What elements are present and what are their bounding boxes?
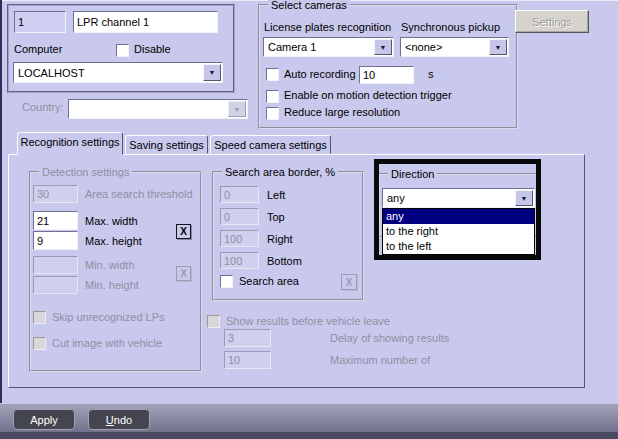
tab-recognition[interactable]: Recognition settings xyxy=(17,132,123,155)
motion-trigger-checkbox[interactable] xyxy=(266,90,279,103)
cut-image-label: Cut image with vehicle xyxy=(52,337,162,350)
computer-combo[interactable]: LOCALHOST ▼ xyxy=(13,62,223,83)
max-height-label: Max. height xyxy=(85,235,142,248)
window-left-edge xyxy=(0,0,2,439)
border-right-label: Right xyxy=(267,233,293,246)
apply-button-label: Apply xyxy=(30,414,58,426)
direction-option-any[interactable]: any xyxy=(383,209,534,224)
delay-label: Delay of showing results xyxy=(330,332,449,345)
chevron-down-icon[interactable]: ▼ xyxy=(374,39,392,55)
cut-image-checkbox xyxy=(33,337,46,350)
auto-recording-label: Auto recording xyxy=(284,68,356,81)
tab-speed[interactable]: Speed camera settings xyxy=(210,135,331,154)
auto-recording-checkbox[interactable] xyxy=(266,68,279,81)
max-width-input[interactable] xyxy=(33,211,78,230)
chevron-down-icon[interactable]: ▼ xyxy=(203,64,221,81)
border-top-label: Top xyxy=(267,211,285,224)
lpr-camera-label: License plates recognition xyxy=(264,21,391,34)
direction-group-title: Direction xyxy=(388,167,437,181)
maximum-input xyxy=(224,351,271,369)
max-height-input[interactable] xyxy=(33,231,78,250)
border-left-input xyxy=(220,186,259,203)
disable-checkbox[interactable] xyxy=(116,44,129,57)
chevron-down-icon: ▼ xyxy=(228,101,246,117)
delay-input xyxy=(224,329,271,347)
search-area-group-title: Search area border, % xyxy=(222,165,338,179)
threshold-input xyxy=(33,185,78,203)
apply-button[interactable]: Apply xyxy=(13,409,75,430)
min-width-label: Min. width xyxy=(85,259,135,272)
computer-combo-value: LOCALHOST xyxy=(18,67,85,79)
tab-saving-label: Saving settings xyxy=(126,139,207,151)
show-results-checkbox xyxy=(207,315,220,328)
border-bottom-label: Bottom xyxy=(267,255,302,268)
border-top-input xyxy=(220,208,259,225)
settings-button: Settings xyxy=(515,10,589,33)
direction-option-right[interactable]: to the right xyxy=(383,224,534,239)
min-height-label: Min. height xyxy=(85,279,139,292)
tab-saving[interactable]: Saving settings xyxy=(125,135,208,154)
sync-pickup-combo[interactable]: <none> ▼ xyxy=(400,37,509,57)
border-left-label: Left xyxy=(267,189,285,202)
channel-name-input[interactable] xyxy=(73,11,218,33)
lpr-camera-combo[interactable]: Camera 1 ▼ xyxy=(263,37,394,57)
lpr-camera-combo-value: Camera 1 xyxy=(268,41,316,53)
direction-combo-value: any xyxy=(387,192,405,204)
clear-max-button[interactable]: X xyxy=(176,224,191,239)
country-label: Country: xyxy=(22,101,64,114)
show-results-label: Show results before vehicle leave xyxy=(226,315,390,328)
country-combo: ▼ xyxy=(68,99,248,119)
border-right-input xyxy=(220,230,259,247)
footer-bar: Apply Undo xyxy=(0,403,618,433)
max-width-label: Max. width xyxy=(85,215,138,228)
disable-label: Disable xyxy=(134,43,171,56)
clear-search-button: X xyxy=(341,274,357,290)
threshold-label: Area search threshold xyxy=(85,188,193,201)
undo-button-label: Undo xyxy=(106,414,132,426)
border-bottom-input xyxy=(220,252,259,269)
reduce-resolution-label: Reduce large resolution xyxy=(284,106,400,119)
motion-trigger-label: Enable on motion detection trigger xyxy=(284,89,452,102)
channel-id-input[interactable] xyxy=(14,11,66,33)
tab-recognition-label: Recognition settings xyxy=(18,136,122,148)
lpr-settings-window: Computer Disable LOCALHOST ▼ Country: ▼ … xyxy=(0,0,618,439)
reduce-resolution-checkbox[interactable] xyxy=(266,107,279,120)
search-area-checkbox[interactable] xyxy=(220,275,233,288)
sync-pickup-combo-value: <none> xyxy=(405,41,442,53)
cameras-group-title: Select cameras xyxy=(268,0,350,12)
direction-option-left[interactable]: to the left xyxy=(383,239,534,254)
computer-label: Computer xyxy=(14,43,62,56)
undo-button[interactable]: Undo xyxy=(88,409,150,430)
skip-unrecognized-label: Skip unrecognized LPs xyxy=(52,311,165,324)
chevron-down-icon[interactable]: ▼ xyxy=(489,39,507,55)
skip-unrecognized-checkbox xyxy=(33,311,46,324)
tab-speed-label: Speed camera settings xyxy=(211,139,330,151)
window-bottom-strip xyxy=(0,432,618,439)
min-width-input xyxy=(33,256,78,274)
direction-combo[interactable]: any ▼ xyxy=(382,188,535,208)
direction-listbox: any to the right to the left xyxy=(382,208,535,255)
auto-recording-unit: s xyxy=(428,68,434,81)
sync-pickup-label: Synchronous pickup xyxy=(401,21,500,34)
auto-recording-input[interactable] xyxy=(359,66,414,84)
clear-min-button: X xyxy=(176,266,191,281)
chevron-down-icon[interactable]: ▼ xyxy=(515,190,533,206)
maximum-label: Maximum number of xyxy=(330,354,430,367)
search-area-label: Search area xyxy=(239,275,299,288)
detection-group-title: Detection settings xyxy=(39,165,132,179)
min-height-input xyxy=(33,276,78,294)
